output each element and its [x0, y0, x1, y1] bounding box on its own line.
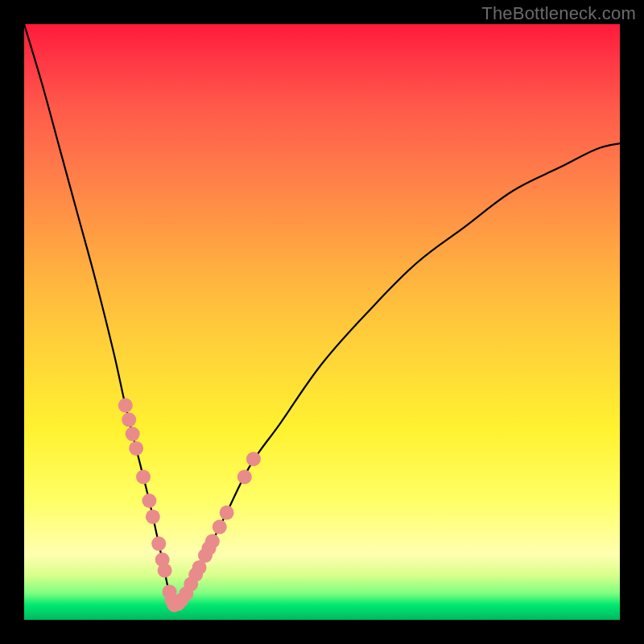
bottleneck-curve	[24, 24, 620, 608]
curve-marker	[213, 520, 227, 535]
chart-frame: TheBottleneck.com	[0, 0, 644, 644]
curve-marker	[237, 469, 252, 484]
curve-marker	[151, 536, 166, 551]
curve-marker	[205, 534, 220, 548]
marker-group	[118, 398, 261, 613]
curve-marker	[220, 506, 234, 520]
curve-marker	[246, 452, 261, 466]
watermark-text: TheBottleneck.com	[481, 3, 636, 24]
curve-marker	[129, 441, 143, 456]
curve-marker	[118, 398, 133, 413]
curve-marker	[122, 412, 136, 427]
curve-marker	[146, 510, 160, 524]
curve-marker	[136, 469, 151, 484]
curve-svg	[24, 24, 620, 620]
plot-area	[24, 24, 620, 620]
curve-marker	[142, 493, 156, 508]
curve-marker	[126, 427, 140, 441]
curve-marker	[158, 564, 172, 578]
